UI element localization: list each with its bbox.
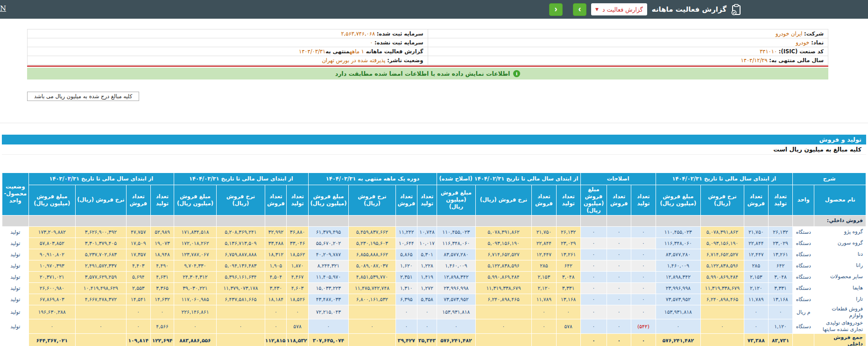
data-cell: ۵,۳۵۸ <box>417 294 437 305</box>
data-cell: ۱۱,۷۸۹ <box>532 294 556 305</box>
data-cell: ۵,۳۰۱ <box>417 249 437 260</box>
product-name-cell: هایما <box>814 282 866 294</box>
data-cell: ۱۲,۸۹۸,۳۴۲ <box>656 271 701 282</box>
data-cell <box>216 305 265 319</box>
fiscal-year-cell: سال مالی منتهی به: ۱۴۰۴/۱۲/۲۹ <box>428 56 828 65</box>
product-name-cell: خودروهای تولیدی تجاری نشده سایتها <box>814 319 866 334</box>
data-cell: م ریال <box>793 305 814 319</box>
language-toggle[interactable]: EN <box>0 4 6 13</box>
data-cell: ۶۴۴,۳۶۷,۰۲۱ <box>28 333 76 346</box>
status-column-header: وضعیت محصول-واحد <box>2 173 29 216</box>
data-cell: ۰ <box>349 319 396 334</box>
data-cell <box>556 215 580 226</box>
data-cell: ۵,۲۰۸,۳۶۹,۲۴۱ <box>216 226 265 238</box>
data-cell: ۱۲۳,۷۸۷,۰۶۷ <box>174 249 217 260</box>
table-row: جمع فروش داخلی۸۳,۷۳۱۷۳,۳۸۸۵۷۶,۲۴۱,۴۸۲۰۰۰… <box>2 333 866 346</box>
data-cell: دستگاه <box>793 271 814 282</box>
data-cell: ۱۷۳,۲۰۹,۸۸۲ <box>28 226 76 238</box>
nav-back-button[interactable]: ‹ <box>549 3 563 16</box>
data-cell: ۶,۸۵۵,۸۸۸,۶۶۲ <box>349 249 396 260</box>
metric-header: تعداد تولید <box>417 185 437 216</box>
product-name-cell: فروش قطعات ولوازم <box>814 305 866 319</box>
company-info-section: شرکت: ایران خودرو سرمایه ثبت شده: ۲,۵۶۳,… <box>27 29 828 65</box>
data-cell: ۱,۲۷۲ <box>417 282 437 294</box>
metric-header: تعداد تولید <box>150 185 174 216</box>
data-cell: ۲۸۵ <box>744 260 768 271</box>
nav-forward-button[interactable]: › <box>573 3 586 16</box>
data-cell <box>126 215 150 226</box>
data-cell <box>532 333 556 346</box>
data-cell: ۵,۰۹۳,۱۵۶,۱۹۰ <box>475 238 532 249</box>
data-cell: ۱۱۷,۰۶۰,۹۸۵ <box>174 294 217 305</box>
data-cell: ۰ <box>607 260 631 271</box>
report-type-dropdown[interactable]: گزارش فعالیت د ▼ <box>591 3 647 15</box>
data-cell: ۱۱,۷۸۹ <box>744 294 768 305</box>
text-selection: ۳ <box>68 175 71 182</box>
data-cell: ۲۰,۳۷۱,۰۲۱ <box>28 271 76 282</box>
data-cell: دستگاه <box>793 260 814 271</box>
metric-header: تعداد فروش <box>607 185 631 216</box>
data-cell: ۱۳,۱۶۸ <box>768 294 792 305</box>
data-cell: ۳,۶۲۶,۹۰۰,۳۹۲ <box>76 226 127 238</box>
data-cell: ۰ <box>395 319 417 334</box>
data-cell: دستگاه <box>793 249 814 260</box>
data-cell: ۰ <box>607 305 631 319</box>
data-cell <box>287 215 308 226</box>
data-cell: ۰ <box>580 238 607 249</box>
data-cell: ۲۲۶,۱۴۶,۸۶۱ <box>174 305 217 319</box>
status-cell: تولید <box>2 238 29 249</box>
data-cell: ۱۵,۰۳۳,۲۲۳ <box>308 282 349 294</box>
unregistered-capital-label: سرمایه ثبت نشده: <box>374 39 423 46</box>
data-cell: ۰ <box>150 305 174 319</box>
metric-header: تعداد فروش <box>395 185 417 216</box>
data-cell <box>701 333 744 346</box>
table-row: فروش قطعات ولوازمم ریال۰۰۱۵۳,۹۳۱,۸۱۸۰۰۰۰… <box>2 305 866 319</box>
data-cell <box>656 215 701 226</box>
data-cell: ۰ <box>556 305 580 319</box>
product-name-cell: گروه سورن <box>814 238 866 249</box>
data-cell: ۵,۴۵۹,۸۳۷,۶۶۲ <box>349 226 396 238</box>
data-cell <box>76 305 127 319</box>
issuer-status-value: پذیرفته شده در بورس تهران <box>322 57 385 64</box>
data-cell: ۰ <box>607 271 631 282</box>
product-name-cell: دنا <box>814 249 866 260</box>
data-cell: ۱۱,۲۴۲ <box>395 226 417 238</box>
data-cell: ۰ <box>631 271 656 282</box>
signature-notice-text: اطلاعات نمایش داده شده با اطلاعات امضا ش… <box>335 70 510 77</box>
period-group-header: از ابتدای سال مالی تا تاریخ ۱۴۰۴/۰۲/۳۱ <box>656 173 793 185</box>
data-cell: ۰ <box>580 333 607 346</box>
data-cell: ۵,۹۹۰,۸۶۹,۴۸۴ <box>475 271 532 282</box>
data-cell: ۴,۴۰۳ <box>126 260 150 271</box>
data-cell <box>349 215 396 226</box>
data-cell: ۰ <box>656 319 701 334</box>
data-cell: ۱۸,۵۲۶ <box>287 294 308 305</box>
metric-header: نرخ فروش (ریال) <box>701 185 744 216</box>
metric-header: تعداد تولید <box>287 185 308 216</box>
data-cell: ۰ <box>580 226 607 238</box>
data-cell: ۲۸۵ <box>532 260 556 271</box>
data-cell: ۳,۰۴۸ <box>556 271 580 282</box>
data-cell: ۰ <box>631 305 656 319</box>
data-cell: ۰ <box>265 305 287 319</box>
data-cell: ۴,۶۶۷,۴۷۸,۳۷۲ <box>76 294 127 305</box>
data-cell <box>475 215 532 226</box>
data-cell <box>417 215 437 226</box>
data-cell: ۲,۵۵۳ <box>126 282 150 294</box>
data-cell: ۰ <box>580 294 607 305</box>
status-cell: تولید <box>2 294 29 305</box>
production-table: شرحاز ابتدای سال مالی تا تاریخ ۱۴۰۴/۰۲/۳… <box>2 173 866 346</box>
data-cell <box>768 215 792 226</box>
data-cell: ۰ <box>631 294 656 305</box>
data-cell: ۱۴,۶۳۲ <box>150 294 174 305</box>
signature-notice: i اطلاعات نمایش داده شده با اطلاعات امضا… <box>27 68 828 79</box>
status-cell: تولید <box>2 282 29 294</box>
data-cell: ۱۷۱,۸۳۴,۵۱۸ <box>174 226 217 238</box>
data-cell: ۲۳,۹۹۶,۹۹۸ <box>656 282 701 294</box>
metric-header: تعداد تولید <box>556 185 580 216</box>
data-cell: ۱,۹۰۵ <box>265 260 287 271</box>
data-cell: ۶۴۲ <box>556 260 580 271</box>
data-cell: ۱۷,۵۰۹ <box>126 238 150 249</box>
data-cell: ۸۳,۵۷۷,۲۸۰ <box>656 249 701 260</box>
data-cell <box>76 215 127 226</box>
data-cell: ۵,۳۹۶,۱۶۱,۶۳۴ <box>216 271 265 282</box>
